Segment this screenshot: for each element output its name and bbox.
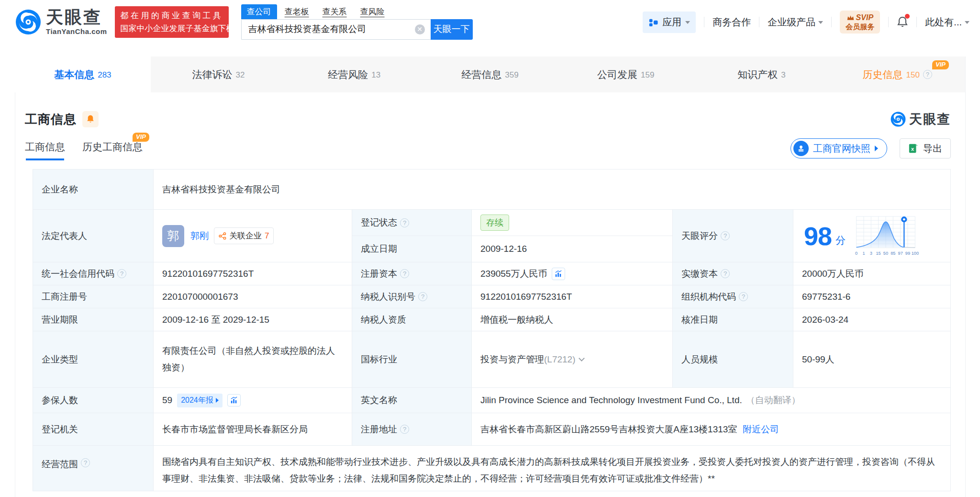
field-value-score: 98 分 0 [793, 210, 951, 262]
field-value-company-type: 有限责任公司（非自然人投资或控股的法人独资） [154, 331, 352, 388]
help-icon[interactable]: ? [721, 269, 730, 278]
subtab-history-registration[interactable]: VIP 历史工商信息 [82, 140, 143, 160]
trend-chart-icon [230, 396, 238, 404]
help-icon[interactable]: ? [400, 269, 409, 278]
svg-text:50: 50 [883, 250, 888, 255]
tab-history-info[interactable]: VIP 历史信息 150 ? [829, 56, 965, 92]
field-label-score: 天眼评分 ? [673, 210, 793, 262]
search-area: 查公司 查老板 查关系 查风险 ✕ 天眼一下 [241, 5, 473, 40]
field-label-address: 注册地址 ? [352, 413, 472, 446]
tab-legal-litigation[interactable]: 法律诉讼 32 [151, 56, 287, 92]
tianyancha-logo[interactable]: 天眼查 TianYanCha.com [15, 9, 107, 35]
logo-domain: TianYanCha.com [46, 27, 107, 35]
insured-trend-button[interactable] [227, 394, 241, 407]
field-value-taxpayer-id: 91220101697752316T [472, 285, 673, 308]
field-label-paid-capital: 实缴资本 ? [673, 262, 793, 285]
field-label-company-type: 企业类型 [33, 331, 154, 388]
enterprise-product-menu[interactable]: 企业级产品 [768, 16, 823, 29]
tab-count: 359 [505, 70, 518, 80]
help-icon[interactable]: ? [400, 425, 409, 434]
apps-label: 应用 [662, 16, 681, 29]
monitor-bell-button[interactable] [82, 111, 99, 127]
watermark-logo: 天眼查 [891, 111, 951, 128]
nearby-companies-link[interactable]: 附近公司 [743, 423, 779, 436]
biz-coop-link[interactable]: 商务合作 [713, 16, 751, 29]
help-icon[interactable]: ? [400, 218, 409, 227]
capital-trend-button[interactable] [552, 268, 565, 280]
tab-count: 3 [781, 70, 785, 80]
field-label-reg-authority: 登记机关 [33, 413, 154, 446]
notification-bell-button[interactable] [897, 16, 908, 28]
field-value-paid-capital: 20000万人民币 [793, 262, 951, 285]
field-value-business-scope: 围绕省内具有自主知识产权、技术成熟和能带动行业技术进步、产业升级以及具有高成长潜… [154, 446, 951, 491]
legal-rep-link[interactable]: 郭刚 [190, 230, 209, 242]
user-account-menu[interactable]: 此处有... [925, 16, 969, 29]
help-icon[interactable]: ? [117, 269, 126, 278]
tab-company-development[interactable]: 公司发展 159 [558, 56, 694, 92]
promo-line1: 都在用的商业查询工具 [121, 10, 223, 21]
chevron-down-icon[interactable] [579, 355, 585, 361]
section-title: 工商信息 [25, 111, 77, 128]
page-right-edge [965, 56, 966, 497]
search-tab-relation[interactable]: 查关系 [323, 4, 347, 19]
divider [759, 17, 759, 27]
search-button[interactable]: 天眼一下 [431, 19, 473, 40]
field-label-org-code: 组织机构代码 ? [673, 285, 793, 308]
field-label-approval-date: 核准日期 [673, 308, 793, 331]
field-label-company-name: 企业名称 [33, 169, 154, 210]
svg-text:99: 99 [905, 250, 910, 255]
svg-text:1: 1 [862, 250, 865, 255]
field-label-establish-date: 成立日期 [352, 236, 472, 262]
tab-business-info[interactable]: 经营信息 359 [422, 56, 558, 92]
search-clear-icon[interactable]: ✕ [415, 24, 425, 34]
promo-line2: 国家中小企业发展子基金旗下机构 [121, 23, 223, 34]
logo-icon [891, 112, 906, 127]
field-value-org-code: 69775231-6 [793, 285, 951, 308]
score-distribution-chart: 0 1 3 15 50 85 97 99 100 [853, 215, 919, 258]
score-value: 98 [804, 223, 832, 249]
business-info-table: 企业名称 吉林省科技投资基金有限公司 法定代表人 郭 郭刚 关联企业 7 登记状… [33, 169, 951, 491]
search-tab-boss[interactable]: 查老板 [285, 4, 309, 19]
annual-report-badge[interactable]: 2024年报 [177, 394, 223, 407]
help-icon[interactable]: ? [739, 292, 748, 301]
export-button[interactable]: x 导出 [900, 138, 951, 158]
chevron-down-icon [965, 21, 969, 24]
svip-member-button[interactable]: SVIP 会员服务 [840, 11, 880, 34]
help-icon[interactable]: ? [923, 70, 932, 79]
subtab-business-registration[interactable]: 工商信息 [25, 140, 65, 160]
field-label-credit-code: 统一社会信用代码 ? [33, 262, 154, 285]
tab-count: 283 [98, 70, 111, 80]
tab-operation-risk[interactable]: 经营风险 13 [286, 56, 422, 92]
field-label-legal-rep: 法定代表人 [33, 210, 154, 262]
svg-text:15: 15 [876, 250, 881, 255]
search-tab-risk[interactable]: 查风险 [360, 4, 385, 19]
tab-count: 150 [906, 70, 919, 80]
tab-basic-info[interactable]: 基本信息 283 [15, 56, 151, 92]
notification-dot [905, 14, 910, 19]
avatar[interactable]: 郭 [162, 225, 184, 247]
svip-line2: 会员服务 [846, 23, 874, 32]
field-label-business-term: 营业期限 [33, 308, 154, 331]
tab-intellectual-property[interactable]: 知识产权 3 [694, 56, 830, 92]
search-tab-company[interactable]: 查公司 [241, 4, 277, 19]
field-label-taxpayer-quality: 纳税人资质 [352, 308, 472, 331]
official-snapshot-button[interactable]: 工商官网快照 [791, 138, 887, 158]
field-label-insured-count: 参保人数 [33, 388, 154, 413]
search-input[interactable] [241, 19, 431, 40]
field-value-taxpayer-quality: 增值税一般纳税人 [472, 308, 673, 331]
related-companies-button[interactable]: 关联企业 7 [214, 227, 274, 244]
divider [831, 17, 832, 27]
field-value-staff-size: 50-99人 [793, 331, 951, 388]
help-icon[interactable]: ? [418, 292, 427, 301]
tab-count: 159 [641, 70, 654, 80]
main-content: 工商信息 天眼查 工商信息 VIP 历史工商信息 [0, 111, 980, 491]
field-value-reg-status: 存续 [472, 210, 673, 236]
help-icon[interactable]: ? [81, 458, 90, 467]
related-label: 关联企业 [229, 230, 262, 241]
enterprise-label: 企业级产品 [768, 16, 815, 29]
snapshot-label: 工商官网快照 [813, 142, 870, 155]
apps-menu-button[interactable]: 应用 [643, 11, 696, 33]
help-icon[interactable]: ? [721, 231, 730, 240]
field-label-reg-capital: 注册资本 ? [352, 262, 472, 285]
promo-banner: 都在用的商业查询工具 国家中小企业发展子基金旗下机构 [115, 6, 229, 38]
